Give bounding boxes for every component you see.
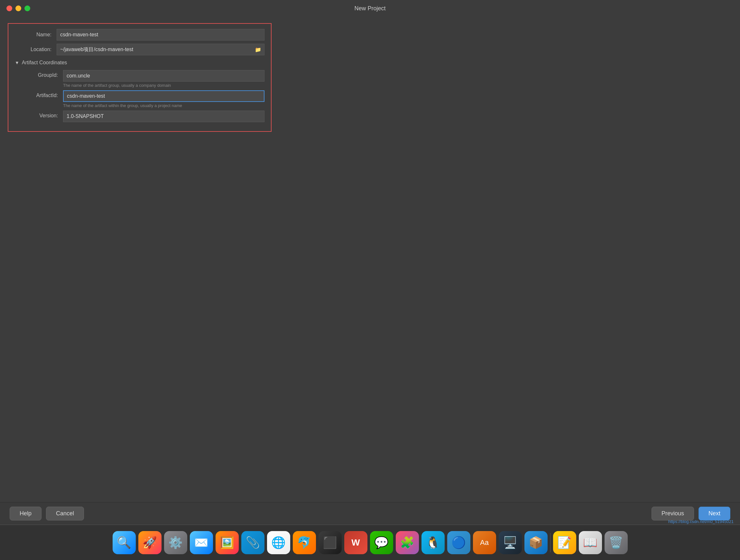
bottom-right-buttons: Previous Next [652, 507, 730, 521]
bottom-bar: Help Cancel Previous Next [0, 502, 740, 525]
version-label: Version: [21, 111, 63, 119]
dock-item-sequel[interactable]: 🐬 [293, 531, 316, 554]
dock-item-wechat[interactable]: 💬 [370, 531, 393, 554]
close-button[interactable] [6, 5, 12, 11]
previous-button[interactable]: Previous [652, 507, 694, 521]
groupid-label: GroupId: [21, 70, 63, 78]
dock-item-notes[interactable]: 📝 [553, 531, 576, 554]
name-row: Name: [15, 29, 265, 40]
dock-item-finder[interactable]: 🔍 [113, 531, 136, 554]
minimize-button[interactable] [15, 5, 21, 11]
dock-item-trash[interactable]: 🗑️ [605, 531, 628, 554]
dock-item-dingtalk[interactable]: 📎 [241, 531, 265, 554]
dock-item-photos[interactable]: 🖼️ [215, 531, 239, 554]
groupid-hint: The name of the artifact group, usually … [63, 83, 265, 88]
dock-item-dictionary[interactable]: Aa [473, 531, 496, 554]
artifactid-row: ArtifactId: The name of the artifact wit… [21, 90, 265, 108]
location-input[interactable] [57, 44, 265, 55]
dock-item-virtualbox[interactable]: 📦 [525, 531, 548, 554]
dock-item-launchpad[interactable]: 🚀 [138, 531, 162, 554]
dock-item-qq[interactable]: 🐧 [422, 531, 445, 554]
name-input[interactable] [57, 29, 265, 40]
dock-item-intellij[interactable]: 🧩 [396, 531, 419, 554]
dock-item-mail[interactable]: ✉️ [190, 531, 213, 554]
artifact-coordinates-title: Artifact Coordinates [22, 60, 67, 66]
form-section: Name: Location: 📁 ▼ Artifact Coordinates… [8, 23, 272, 132]
groupid-input-wrap: The name of the artifact group, usually … [63, 70, 265, 88]
artifactid-input-wrap: The name of the artifact within the grou… [63, 90, 265, 108]
groupid-input[interactable] [63, 70, 265, 82]
folder-icon[interactable]: 📁 [255, 46, 261, 53]
dock-item-terminal[interactable]: ⬛ [318, 531, 342, 554]
dock-url: https://blog.csdn.net/m0_51945021 [668, 519, 734, 524]
name-label: Name: [15, 32, 57, 37]
bottom-left-buttons: Help Cancel [10, 507, 84, 521]
artifact-coordinates-section: ▼ Artifact Coordinates GroupId: The name… [15, 60, 265, 122]
dock-item-reader[interactable]: 📖 [579, 531, 602, 554]
dock: 🔍 🚀 ⚙️ ✉️ 🖼️ 📎 🌐 🐬 ⬛ W 💬 🧩 🐧 🔵 Aa 🖥️ 📦 📝… [0, 525, 740, 560]
maximize-button[interactable] [24, 5, 30, 11]
dock-item-easymove[interactable]: 🔵 [447, 531, 470, 554]
dock-item-wps[interactable]: W [344, 531, 367, 554]
artifact-fields: GroupId: The name of the artifact group,… [15, 70, 265, 122]
title-bar: New Project [0, 0, 740, 17]
artifact-coordinates-header[interactable]: ▼ Artifact Coordinates [15, 60, 265, 66]
dock-item-settings[interactable]: ⚙️ [164, 531, 187, 554]
main-content: Name: Location: 📁 ▼ Artifact Coordinates… [0, 17, 740, 145]
version-input-wrap [63, 111, 265, 122]
dock-divider [550, 533, 551, 552]
version-input[interactable] [63, 111, 265, 122]
dock-item-monitor[interactable]: 🖥️ [499, 531, 522, 554]
artifactid-input[interactable] [63, 90, 265, 102]
groupid-row: GroupId: The name of the artifact group,… [21, 70, 265, 88]
location-row: Location: 📁 [15, 44, 265, 55]
artifactid-hint: The name of the artifact within the grou… [63, 103, 265, 108]
help-button[interactable]: Help [10, 507, 41, 521]
cancel-button[interactable]: Cancel [46, 507, 84, 521]
window-title: New Project [354, 5, 385, 12]
location-label: Location: [15, 46, 57, 52]
location-input-wrap: 📁 [57, 44, 265, 55]
artifactid-label: ArtifactId: [21, 90, 63, 98]
window-controls [6, 5, 30, 11]
collapse-arrow-icon: ▼ [15, 60, 19, 65]
dock-item-chrome[interactable]: 🌐 [267, 531, 290, 554]
version-row: Version: [21, 111, 265, 122]
next-button[interactable]: Next [699, 507, 730, 521]
